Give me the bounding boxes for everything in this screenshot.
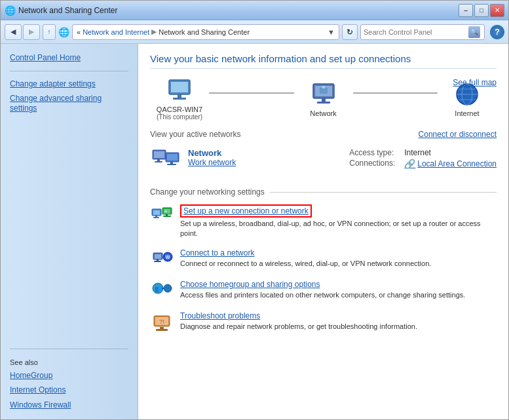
access-info: Access type: Internet Connections: 🔗 Loc… bbox=[349, 148, 497, 170]
search-input[interactable] bbox=[364, 28, 468, 36]
svg-text:+: + bbox=[164, 209, 167, 214]
close-button[interactable]: ✕ bbox=[490, 4, 504, 17]
connections-value-link[interactable]: 🔗 Local Area Connection bbox=[404, 159, 497, 169]
svg-rect-22 bbox=[167, 164, 176, 165]
breadcrumb-root: « bbox=[77, 28, 81, 36]
connections-row: Connections: 🔗 Local Area Connection bbox=[349, 159, 497, 169]
svg-rect-18 bbox=[155, 161, 162, 162]
up-button[interactable]: ↑ bbox=[43, 24, 56, 40]
svg-rect-30 bbox=[163, 216, 171, 217]
address-bar: ◀ ▶ ↑ 🌐 « Network and Internet ▶ Network… bbox=[1, 20, 508, 44]
sidebar-divider-2 bbox=[10, 349, 128, 349]
network-line-1 bbox=[209, 92, 294, 94]
sidebar-item-home[interactable]: Control Panel Home bbox=[1, 50, 138, 66]
page-title: View your basic network information and … bbox=[150, 53, 497, 69]
computer-icon bbox=[164, 78, 195, 104]
sidebar-item-firewall[interactable]: Windows Firewall bbox=[1, 398, 138, 413]
sidebar-spacer bbox=[1, 116, 138, 343]
change-settings-header: Change your networking settings bbox=[150, 187, 497, 197]
see-also-label: See also bbox=[1, 354, 138, 368]
setting-title-3[interactable]: Troubleshoot problems bbox=[180, 311, 260, 320]
svg-rect-21 bbox=[170, 162, 173, 164]
search-bar: 🔍 bbox=[360, 24, 485, 40]
setting-content-0: Set up a new connection or network Set u… bbox=[180, 204, 497, 239]
active-networks-label: View your active networks bbox=[150, 130, 250, 139]
sidebar-item-internet-options[interactable]: Internet Options bbox=[1, 383, 138, 398]
breadcrumb-dropdown[interactable]: ▼ bbox=[328, 28, 335, 36]
svg-rect-29 bbox=[166, 214, 168, 216]
svg-rect-9 bbox=[322, 86, 325, 88]
svg-rect-8 bbox=[320, 88, 328, 94]
minimize-button[interactable]: ‒ bbox=[459, 4, 473, 17]
svg-rect-6 bbox=[322, 98, 326, 102]
breadcrumb-sep-1: ▶ bbox=[151, 28, 157, 36]
network-line-2 bbox=[353, 92, 438, 94]
setting-content-3: Troubleshoot problems Diagnose and repai… bbox=[180, 311, 497, 332]
sidebar-divider-1 bbox=[10, 71, 128, 71]
app-icon: 🌐 bbox=[5, 5, 16, 16]
svg-rect-3 bbox=[173, 98, 186, 100]
network-diagram: QACSR-WIN7 (This computer) bbox=[150, 78, 497, 121]
connections-label: Connections: bbox=[349, 159, 400, 169]
svg-text:W: W bbox=[166, 255, 170, 259]
network-icon bbox=[308, 82, 339, 108]
setting-desc-3: Diagnose and repair network problems, or… bbox=[180, 322, 497, 332]
svg-rect-45 bbox=[160, 327, 164, 329]
access-type-row: Access type: Internet bbox=[349, 148, 497, 157]
change-section-line bbox=[270, 192, 497, 193]
breadcrumb[interactable]: « Network and Internet ▶ Network and Sha… bbox=[72, 24, 339, 40]
setting-title-1[interactable]: Connect to a network bbox=[180, 248, 254, 258]
sidebar: Control Panel Home Change adapter settin… bbox=[1, 44, 138, 419]
setting-desc-2: Access files and printers located on oth… bbox=[180, 290, 497, 300]
nav-buttons: ◀ ▶ bbox=[5, 24, 40, 40]
network-label: Network bbox=[310, 109, 336, 117]
active-networks-header: View your active networks Connect or dis… bbox=[150, 130, 497, 139]
setting-icon-3: ?! bbox=[150, 313, 174, 334]
computer-sublabel: (This computer) bbox=[157, 113, 202, 121]
internet-label: Internet bbox=[455, 109, 479, 117]
main-window: 🌐 Network and Sharing Center ‒ □ ✕ ◀ ▶ ↑… bbox=[0, 0, 509, 420]
setting-desc-1: Connect or reconnect to a wireless, wire… bbox=[180, 259, 497, 269]
setting-icon-1: W bbox=[150, 250, 174, 271]
svg-rect-16 bbox=[154, 151, 164, 158]
setting-title-0[interactable]: Set up a new connection or network bbox=[180, 204, 312, 218]
svg-rect-35 bbox=[154, 261, 161, 262]
setting-icon-2: 👥 bbox=[150, 281, 174, 302]
setting-item-1: W Connect to a network Connect or reconn… bbox=[150, 248, 497, 271]
setting-content-1: Connect to a network Connect or reconnec… bbox=[180, 248, 497, 269]
breadcrumb-segment-2: Network and Sharing Center bbox=[159, 28, 250, 36]
help-button[interactable]: ? bbox=[490, 25, 504, 39]
breadcrumb-icon: 🌐 bbox=[58, 27, 69, 37]
setting-title-2[interactable]: Choose homegroup and sharing options bbox=[180, 280, 320, 289]
svg-rect-20 bbox=[167, 154, 178, 161]
see-full-map-link[interactable]: See full map bbox=[453, 78, 497, 87]
svg-rect-33 bbox=[155, 254, 161, 259]
setting-item-3: ?! Troubleshoot problems Diagnose and re… bbox=[150, 311, 497, 334]
svg-rect-2 bbox=[178, 94, 181, 98]
access-type-value: Internet bbox=[404, 148, 431, 157]
svg-rect-46 bbox=[156, 329, 168, 331]
network-node-network: Network bbox=[294, 82, 353, 117]
network-type-link[interactable]: Work network bbox=[188, 158, 349, 167]
main-area: Control Panel Home Change adapter settin… bbox=[1, 44, 508, 419]
computer-label: QACSR-WIN7 bbox=[157, 105, 202, 113]
svg-point-41 bbox=[164, 284, 172, 292]
connect-or-disconnect-link[interactable]: Connect or disconnect bbox=[419, 130, 497, 139]
sidebar-item-homegroup[interactable]: HomeGroup bbox=[1, 368, 138, 383]
svg-text:?!: ?! bbox=[159, 318, 164, 325]
setting-desc-0: Set up a wireless, broadband, dial-up, a… bbox=[180, 219, 497, 239]
svg-rect-25 bbox=[155, 216, 157, 217]
setting-item-2: 👥 Choose homegroup and sharing options A… bbox=[150, 280, 497, 302]
back-button[interactable]: ◀ bbox=[5, 24, 22, 40]
search-button[interactable]: 🔍 bbox=[468, 26, 480, 38]
sidebar-item-adapter[interactable]: Change adapter settings bbox=[1, 77, 138, 92]
forward-button[interactable]: ▶ bbox=[23, 24, 40, 40]
refresh-button[interactable]: ↻ bbox=[342, 24, 358, 40]
maximize-button[interactable]: □ bbox=[474, 4, 489, 17]
connection-name: Local Area Connection bbox=[417, 159, 497, 168]
title-bar-left: 🌐 Network and Sharing Center bbox=[5, 5, 117, 16]
sidebar-item-advanced-sharing[interactable]: Change advanced sharing settings bbox=[1, 92, 138, 116]
active-network-icon bbox=[150, 148, 181, 174]
breadcrumb-segment-1[interactable]: Network and Internet bbox=[83, 28, 149, 36]
window-title: Network and Sharing Center bbox=[18, 6, 117, 15]
